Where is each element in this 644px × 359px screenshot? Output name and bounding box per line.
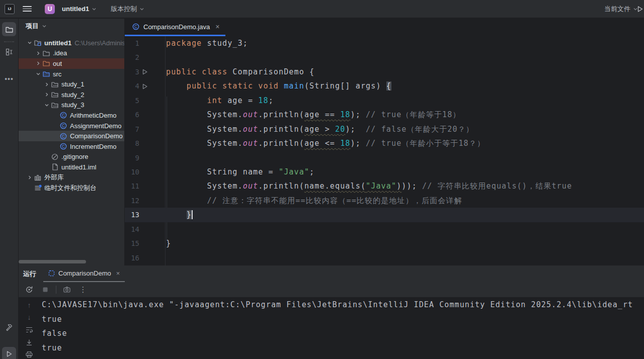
line-number[interactable]: 8 <box>125 136 139 150</box>
camera-icon[interactable] <box>61 284 72 295</box>
tree-item-out[interactable]: out <box>19 58 125 69</box>
line-number[interactable]: 4 <box>125 79 139 93</box>
tree-item-study_1[interactable]: study_1 <box>19 79 125 89</box>
tree-item-.idea[interactable]: .idea <box>19 48 125 59</box>
code-line-4[interactable]: 4 public static void main(String[] args)… <box>125 79 644 93</box>
tab-comparisondemo-java[interactable]: C ComparisonDemo.java × <box>125 19 225 36</box>
chevron-right-icon[interactable] <box>43 82 51 87</box>
code-line-7[interactable]: 7 System.out.println(age > 20); // false… <box>125 122 644 136</box>
close-icon[interactable]: × <box>116 270 120 277</box>
tree-item-.gitignore[interactable]: .gitignore <box>19 152 125 162</box>
tree-item-study_3[interactable]: study_3 <box>19 100 125 111</box>
line-number[interactable]: 7 <box>125 122 139 136</box>
tree-item--[interactable]: 临时文件和控制台 <box>19 183 125 193</box>
line-number[interactable]: 14 <box>125 222 139 236</box>
class-icon: C <box>59 142 67 150</box>
code-line-15[interactable]: 15} <box>125 236 644 250</box>
run-gutter-icon[interactable] <box>139 65 150 79</box>
tree-item-incrementdemo[interactable]: CIncrementDemo <box>19 141 125 152</box>
run-play-icon[interactable] <box>2 347 16 359</box>
build-hammer-icon[interactable] <box>2 320 16 334</box>
code-line-13[interactable]: 13 } <box>125 208 644 222</box>
line-number[interactable]: 2 <box>125 50 139 64</box>
print-icon[interactable] <box>25 350 34 359</box>
line-number[interactable]: 3 <box>125 65 139 79</box>
tree-item-untitled1[interactable]: untitled1C:\Users\Administrator <box>19 38 125 48</box>
line-number[interactable]: 11 <box>125 179 139 193</box>
vcs-widget[interactable]: 版本控制 <box>108 3 147 16</box>
chevron-right-icon[interactable] <box>34 61 42 66</box>
run-play-icon[interactable] <box>636 5 644 13</box>
code-text: int age = 18; <box>150 94 274 108</box>
stripe-separator <box>4 41 14 42</box>
stop-icon[interactable] <box>40 284 51 295</box>
avatar[interactable]: U <box>45 4 55 14</box>
code-line-16[interactable]: 16 <box>125 251 644 265</box>
project-panel-header[interactable]: 项目 <box>19 19 124 34</box>
code-line-5[interactable]: 5 int age = 18; <box>125 94 644 108</box>
code-line-10[interactable]: 10 String name = "Java"; <box>125 165 644 179</box>
line-number[interactable]: 13 <box>125 208 139 222</box>
code-editor[interactable]: 1package study_3;23public class Comparis… <box>125 36 644 265</box>
svg-text:C: C <box>62 144 65 149</box>
line-number[interactable]: 12 <box>125 194 139 208</box>
line-number[interactable]: 6 <box>125 108 139 122</box>
chevron-right-icon[interactable] <box>26 175 34 180</box>
down-arrow-icon[interactable]: ↓ <box>25 313 34 322</box>
code-text: System.out.println(age > 20); // false（年… <box>150 122 474 136</box>
code-line-1[interactable]: 1package study_3; <box>125 36 644 50</box>
ignored-icon <box>51 153 59 161</box>
tree-item-label: untitled1.iml <box>61 163 96 171</box>
chevron-right-icon[interactable] <box>34 51 42 56</box>
tab-comparisondemo-run[interactable]: ComparisonDemo × <box>43 265 125 282</box>
line-number[interactable]: 15 <box>125 236 139 250</box>
gutter-space <box>139 36 150 50</box>
line-number[interactable]: 16 <box>125 251 139 265</box>
chevron-down-icon[interactable] <box>26 40 34 45</box>
up-arrow-icon[interactable]: ↑ <box>25 301 34 310</box>
code-text <box>150 222 166 236</box>
tree-item-untitled1.iml[interactable]: untitled1.iml <box>19 162 125 172</box>
code-line-11[interactable]: 11 System.out.println(name.equals("Java"… <box>125 179 644 193</box>
main-menu-icon[interactable] <box>23 5 32 14</box>
tree-item-study_2[interactable]: study_2 <box>19 89 125 100</box>
run-gutter-icon[interactable] <box>139 79 150 93</box>
class-icon: C <box>59 122 67 130</box>
chevron-down-icon[interactable] <box>43 103 51 108</box>
code-line-3[interactable]: 3public class ComparisonDemo { <box>125 65 644 79</box>
tree-item-label: .idea <box>53 49 67 57</box>
more-ellipsis-icon[interactable]: ••• <box>2 72 16 86</box>
tree-item-src[interactable]: src <box>19 69 125 79</box>
project-widget[interactable]: untitled1 <box>59 3 100 15</box>
scroll-to-end-icon[interactable] <box>25 338 34 347</box>
line-number[interactable]: 5 <box>125 94 139 108</box>
svg-text:C: C <box>62 113 65 118</box>
code-line-8[interactable]: 8 System.out.println(age <= 18); // true… <box>125 136 644 150</box>
chevron-right-icon[interactable] <box>43 92 51 97</box>
project-panel-title: 项目 <box>26 22 39 31</box>
chevron-down-icon[interactable] <box>34 71 42 76</box>
more-kebab-icon[interactable]: ⋮ <box>77 284 89 295</box>
code-line-12[interactable]: 12 // 注意：字符串不能用==比较内容（==比较的是地址），后面会详解 <box>125 194 644 208</box>
tree-item-label: ArithmeticDemo <box>70 112 116 119</box>
code-line-14[interactable]: 14 <box>125 222 644 236</box>
line-number[interactable]: 1 <box>125 36 139 50</box>
tree-item-assignmentdemo[interactable]: CAssignmentDemo <box>19 121 125 131</box>
code-text: System.out.println(age <= 18); // true（年… <box>150 136 485 150</box>
horizontal-scrollbar[interactable] <box>19 260 86 263</box>
line-number[interactable]: 9 <box>125 151 139 165</box>
close-icon[interactable]: × <box>215 23 219 31</box>
tree-item-comparisondemo[interactable]: CComparisonDemo <box>19 131 125 141</box>
project-folder-icon[interactable] <box>2 22 16 36</box>
code-line-2[interactable]: 2 <box>125 50 644 64</box>
code-line-9[interactable]: 9 <box>125 151 644 165</box>
text-caret <box>192 210 193 219</box>
soft-wrap-icon[interactable] <box>25 325 34 334</box>
tree-item-arithmeticdemo[interactable]: CArithmeticDemo <box>19 110 125 121</box>
tree-item--[interactable]: 外部库 <box>19 172 125 183</box>
code-line-6[interactable]: 6 System.out.println(age == 18); // true… <box>125 108 644 122</box>
line-number[interactable]: 10 <box>125 165 139 179</box>
rerun-icon[interactable] <box>24 284 35 295</box>
run-config-widget[interactable]: 当前文件 <box>601 3 641 16</box>
structure-icon[interactable] <box>2 45 16 59</box>
